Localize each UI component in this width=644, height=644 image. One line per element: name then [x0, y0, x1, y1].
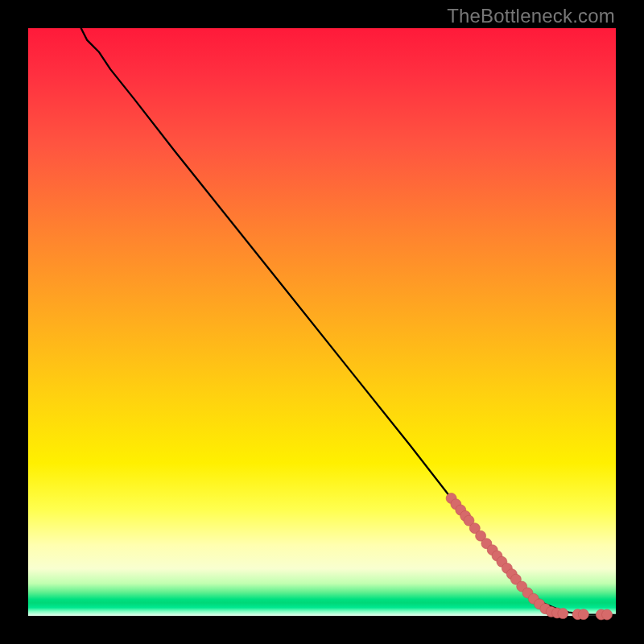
data-marker — [558, 609, 568, 619]
plot-area — [28, 28, 616, 616]
data-marker — [602, 609, 613, 620]
chart-overlay — [28, 28, 616, 616]
curve-line — [81, 28, 616, 615]
data-marker — [578, 609, 588, 620]
data-markers — [446, 493, 612, 621]
chart-frame: TheBottleneck.com — [0, 0, 644, 644]
watermark-text: TheBottleneck.com — [447, 5, 615, 27]
